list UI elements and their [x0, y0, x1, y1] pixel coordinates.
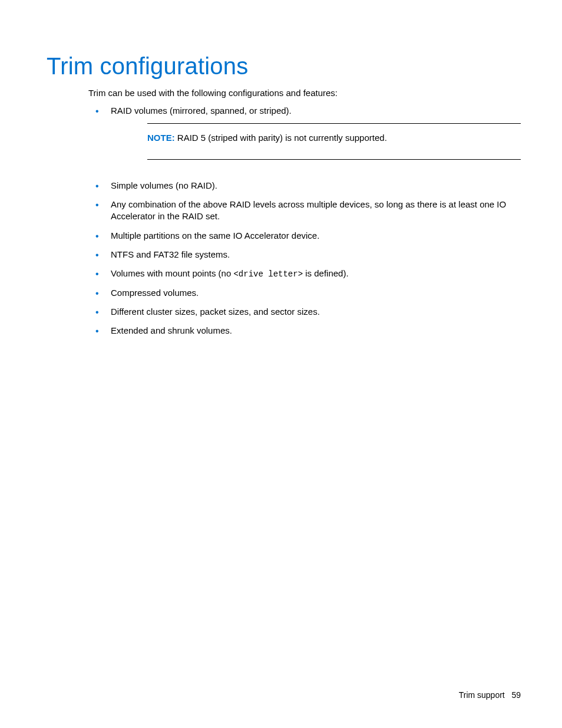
list-item: RAID volumes (mirrored, spanned, or stri… [88, 105, 521, 160]
list-item-text: Extended and shrunk volumes. [111, 325, 232, 335]
list-item-text-pre: Volumes with mount points (no [111, 268, 233, 278]
list-item-text: RAID volumes (mirrored, spanned, or stri… [111, 106, 292, 116]
list-item: Multiple partitions on the same IO Accel… [88, 230, 521, 242]
list-item: Compressed volumes. [88, 287, 521, 299]
footer: Trim support 59 [459, 690, 521, 700]
list-item: Simple volumes (no RAID). [88, 180, 521, 192]
page: Trim configurations Trim can be used wit… [0, 0, 562, 728]
list-item: Any combination of the above RAID levels… [88, 199, 521, 223]
list-item-text: Compressed volumes. [111, 288, 199, 298]
list-item: Different cluster sizes, packet sizes, a… [88, 306, 521, 318]
note-box: NOTE: RAID 5 (striped with parity) is no… [147, 123, 521, 160]
intro-text: Trim can be used with the following conf… [88, 87, 521, 99]
config-list: RAID volumes (mirrored, spanned, or stri… [88, 105, 521, 160]
list-item-text: Different cluster sizes, packet sizes, a… [111, 307, 320, 317]
config-list-cont: Simple volumes (no RAID). Any combinatio… [88, 180, 521, 337]
list-item: NTFS and FAT32 file systems. [88, 249, 521, 261]
note-body: RAID 5 (striped with parity) is not curr… [177, 133, 387, 143]
list-item: Volumes with mount points (no <drive let… [88, 268, 521, 280]
body-content: Trim can be used with the following conf… [88, 87, 521, 344]
list-item-text: NTFS and FAT32 file systems. [111, 249, 230, 259]
list-item-text: Any combination of the above RAID levels… [111, 199, 506, 221]
list-item-text: Simple volumes (no RAID). [111, 180, 217, 190]
list-item-text-post: is defined). [303, 268, 349, 278]
list-item-text: Multiple partitions on the same IO Accel… [111, 230, 319, 241]
footer-section: Trim support [459, 690, 505, 700]
footer-page: 59 [511, 690, 521, 700]
page-heading: Trim configurations [47, 53, 248, 80]
spacer [88, 168, 521, 180]
list-item: Extended and shrunk volumes. [88, 325, 521, 337]
code-text: <drive letter> [233, 269, 303, 279]
note-label: NOTE: [147, 133, 175, 143]
